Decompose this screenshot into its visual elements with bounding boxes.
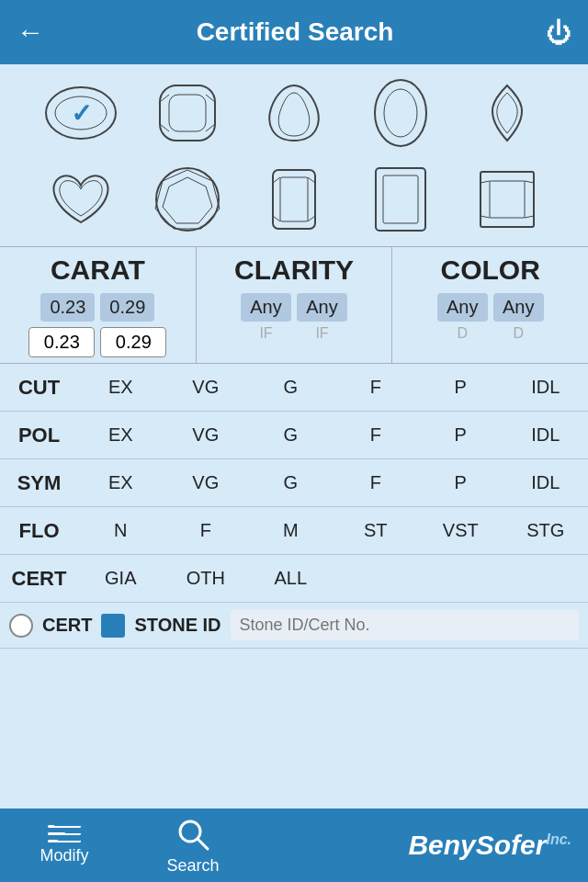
svg-rect-13	[273, 170, 315, 229]
cut-p[interactable]: P	[418, 371, 503, 403]
shape-oval2[interactable]	[351, 72, 450, 154]
cert-empty1	[334, 562, 419, 594]
shape-oval[interactable]: ✓	[31, 72, 130, 154]
modify-nav-item[interactable]: Modify	[0, 808, 129, 882]
cert-label: CERT	[0, 567, 78, 591]
shape-heart[interactable]	[31, 158, 130, 241]
shape-asscher[interactable]	[458, 158, 557, 241]
cert-row: CERT GIA OTH ALL	[0, 555, 588, 603]
ccc-section: CARAT 0.23 0.29 CLARITY Any Any IF IF CO…	[0, 246, 588, 364]
cert-all[interactable]: ALL	[248, 562, 334, 594]
bottom-nav: Modify Search BenySoferInc.	[0, 808, 588, 882]
color-min-sub: D	[437, 325, 488, 342]
svg-rect-21	[481, 172, 534, 227]
shape-rectangle[interactable]	[351, 158, 450, 241]
color-sub: D D	[437, 325, 544, 342]
shape-cushion[interactable]	[138, 72, 237, 154]
cut-f[interactable]: F	[334, 371, 419, 403]
clarity-label: CLARITY	[234, 247, 354, 289]
sym-items: EX VG G F P IDL	[78, 467, 588, 499]
clarity-sub: IF IF	[241, 325, 347, 342]
flo-vst[interactable]: VST	[418, 514, 503, 547]
sym-vg[interactable]: VG	[164, 467, 249, 499]
svg-line-26	[525, 216, 534, 218]
search-nav-item[interactable]: Search	[129, 808, 257, 882]
carat-max-btn[interactable]: 0.29	[100, 293, 154, 322]
flo-m[interactable]: M	[248, 514, 334, 547]
sym-f[interactable]: F	[334, 467, 419, 499]
search-icon	[175, 816, 211, 853]
cert-items: GIA OTH ALL	[78, 562, 588, 594]
sliders-icon	[48, 825, 81, 842]
shape-emerald[interactable]	[244, 158, 344, 241]
color-max-sub: D	[493, 325, 544, 342]
logo-inc: Inc.	[546, 831, 571, 847]
sym-idl[interactable]: IDL	[503, 467, 589, 499]
color-col: COLOR Any Any D D	[392, 247, 588, 363]
cert-gia[interactable]: GIA	[78, 562, 164, 594]
carat-range-display: 0.23 0.29	[40, 293, 154, 322]
svg-line-18	[308, 216, 315, 221]
flo-label: FLO	[0, 519, 78, 543]
clarity-col: CLARITY Any Any IF IF	[197, 247, 393, 363]
svg-marker-12	[163, 177, 212, 223]
color-label: COLOR	[441, 247, 540, 289]
shape-check-mark: ✓	[71, 98, 92, 129]
svg-rect-3	[169, 95, 206, 131]
color-range-display: Any Any	[437, 293, 544, 322]
pol-f[interactable]: F	[334, 419, 419, 451]
svg-line-17	[273, 216, 280, 221]
carat-min-btn[interactable]: 0.23	[40, 293, 95, 322]
stone-id-input[interactable]	[231, 610, 579, 640]
flo-st[interactable]: ST	[334, 514, 419, 547]
cut-ex[interactable]: EX	[78, 371, 164, 403]
shape-pear[interactable]	[244, 72, 344, 154]
pol-p[interactable]: P	[418, 419, 503, 451]
sym-label: SYM	[0, 471, 78, 495]
carat-max-input[interactable]	[100, 327, 166, 357]
flo-n[interactable]: N	[78, 514, 164, 547]
pol-vg[interactable]: VG	[164, 419, 249, 451]
search-label: Search	[166, 856, 219, 876]
sym-g[interactable]: G	[248, 467, 334, 499]
shapes-row-1: ✓	[6, 72, 582, 154]
cut-g[interactable]: G	[248, 371, 334, 403]
svg-rect-14	[280, 177, 308, 221]
pol-row: POL EX VG G F P IDL	[0, 412, 588, 459]
back-button[interactable]: ←	[17, 17, 44, 48]
modify-label: Modify	[40, 846, 88, 865]
logo-area: BenySoferInc.	[257, 830, 588, 861]
shapes-row-2	[6, 158, 582, 241]
svg-line-25	[481, 216, 490, 218]
stone-radio-btn[interactable]	[101, 614, 125, 638]
pol-ex[interactable]: EX	[78, 419, 164, 451]
color-max-btn[interactable]: Any	[493, 293, 544, 322]
stone-id-label: STONE ID	[134, 615, 220, 636]
cut-items: EX VG G F P IDL	[78, 371, 588, 403]
clarity-min-btn[interactable]: Any	[241, 293, 291, 322]
cut-vg[interactable]: VG	[164, 371, 249, 403]
shape-marquise[interactable]	[458, 72, 557, 154]
cut-row: CUT EX VG G F P IDL	[0, 364, 588, 412]
carat-min-input[interactable]	[28, 327, 95, 357]
svg-rect-22	[490, 181, 525, 218]
sym-ex[interactable]: EX	[78, 467, 164, 499]
cert-radio-btn[interactable]	[9, 614, 33, 638]
flo-f[interactable]: F	[164, 514, 249, 547]
sym-p[interactable]: P	[418, 467, 503, 499]
pol-idl[interactable]: IDL	[503, 419, 589, 451]
cert-empty2	[418, 562, 503, 594]
svg-line-24	[525, 181, 534, 183]
flo-items: N F M ST VST STG	[78, 514, 588, 547]
power-button[interactable]: ⏻	[546, 17, 571, 48]
svg-line-15	[273, 177, 280, 183]
pol-g[interactable]: G	[248, 419, 334, 451]
clarity-max-btn[interactable]: Any	[297, 293, 347, 322]
cut-idl[interactable]: IDL	[503, 371, 589, 403]
cert-oth[interactable]: OTH	[164, 562, 249, 594]
color-min-btn[interactable]: Any	[437, 293, 488, 322]
shape-round-cushion[interactable]	[138, 158, 237, 241]
flo-stg[interactable]: STG	[503, 514, 589, 547]
carat-inputs	[28, 327, 166, 357]
cert-stone-row: CERT STONE ID	[0, 603, 588, 649]
